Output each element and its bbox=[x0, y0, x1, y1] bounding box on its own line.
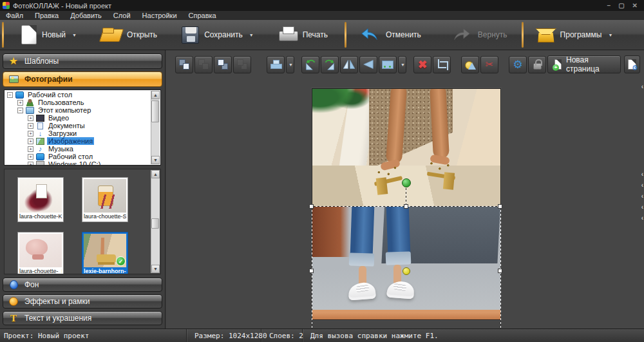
maximize-button[interactable]: ▢ bbox=[618, 0, 624, 11]
tree-scrollbar[interactable]: ▲ ▼ bbox=[151, 91, 160, 164]
tree-item-documents[interactable]: + Документы bbox=[5, 122, 150, 129]
flip-horizontal-icon bbox=[343, 59, 355, 70]
tree-item-user[interactable]: + Пользователь bbox=[5, 99, 150, 106]
menu-help[interactable]: Справка bbox=[183, 11, 222, 20]
new-button[interactable]: Новый ▼ bbox=[15, 21, 83, 48]
scroll-down-icon[interactable]: ▼ bbox=[151, 156, 160, 164]
frame-dropdown-button[interactable]: ▼ bbox=[398, 56, 406, 73]
chevron-left-icon[interactable]: ‹ bbox=[641, 171, 643, 178]
window-title: ФотоКОЛЛАЖ - Новый проект bbox=[13, 2, 111, 10]
tree-expand-icon[interactable]: + bbox=[28, 162, 33, 166]
tree-item-pictures[interactable]: + Изображения bbox=[5, 137, 150, 145]
tree-item-label: Пользователь bbox=[37, 99, 85, 106]
tree-item-music[interactable]: + ♪ Музыка bbox=[5, 145, 150, 153]
thumbnail-laura-chouette-sz[interactable]: laura-chouette-Sz... bbox=[82, 177, 128, 222]
align-button[interactable] bbox=[267, 56, 285, 73]
chevron-left-icon[interactable]: ‹ bbox=[641, 215, 643, 222]
open-button[interactable]: Открыть bbox=[95, 21, 164, 48]
scroll-up-icon[interactable]: ▲ bbox=[151, 91, 160, 99]
scroll-down-icon[interactable]: ▼ bbox=[151, 265, 160, 273]
tree-scroll-thumb[interactable] bbox=[151, 100, 159, 122]
menu-edit[interactable]: Правка bbox=[29, 11, 64, 20]
menu-settings[interactable]: Настройки bbox=[137, 11, 183, 20]
redo-button[interactable]: Вернуть bbox=[444, 21, 514, 48]
lower-layer-button[interactable] bbox=[194, 56, 213, 73]
selection-handle-mid-left[interactable] bbox=[309, 269, 314, 273]
tree-expand-icon[interactable]: + bbox=[17, 100, 23, 106]
thumbnail-laura-chouette-ka[interactable]: laura-chouette-KA... bbox=[17, 177, 64, 222]
menu-add[interactable]: Добавить bbox=[64, 11, 108, 20]
raise-layer-button[interactable] bbox=[175, 56, 193, 73]
save-dropdown-icon[interactable]: ▼ bbox=[249, 33, 254, 37]
tree-expand-icon[interactable]: + bbox=[28, 123, 33, 129]
tree-collapse-icon[interactable]: − bbox=[17, 108, 23, 113]
print-button[interactable]: Печать bbox=[272, 21, 334, 48]
menu-file[interactable]: Файл bbox=[0, 11, 29, 20]
rotate-left-button[interactable] bbox=[301, 56, 319, 73]
tree-item-label: Рабочий стол bbox=[26, 91, 73, 99]
save-button[interactable]: Сохранить ▼ bbox=[175, 21, 260, 48]
new-page-button[interactable]: + Новая страница bbox=[547, 55, 621, 73]
close-button[interactable]: ✕ bbox=[632, 0, 638, 11]
selection-handle-top-right[interactable] bbox=[498, 204, 502, 209]
lock-button[interactable] bbox=[528, 56, 546, 73]
thumb-scroll-thumb[interactable] bbox=[151, 218, 159, 229]
sidebar-section-background[interactable]: Фон bbox=[3, 278, 162, 292]
new-document-icon bbox=[21, 25, 37, 44]
tree-item-downloads[interactable]: + ↓ Загрузки bbox=[5, 129, 150, 137]
flip-vertical-button[interactable] bbox=[359, 56, 377, 73]
tree-expand-icon[interactable]: + bbox=[28, 115, 33, 121]
photo-layer-sneakers[interactable] bbox=[312, 207, 500, 319]
thumb-scroll-track[interactable] bbox=[151, 178, 160, 265]
tree-expand-icon[interactable]: + bbox=[28, 131, 33, 137]
adjust-handle[interactable] bbox=[402, 267, 410, 275]
dropdown-icon: ▼ bbox=[401, 62, 405, 67]
programs-dropdown-icon[interactable]: ▼ bbox=[608, 33, 612, 37]
tree-scroll-track[interactable] bbox=[151, 99, 160, 156]
menu-layer[interactable]: Слой bbox=[108, 11, 137, 20]
sidebar-section-effects[interactable]: Эффекты и рамки bbox=[3, 294, 162, 309]
properties-button[interactable]: ⚙ bbox=[509, 56, 527, 73]
tree-expand-icon[interactable]: + bbox=[28, 154, 33, 160]
programs-button[interactable]: Программы ▼ bbox=[529, 21, 620, 48]
chevron-left-icon[interactable]: ‹ bbox=[641, 204, 643, 211]
flip-horizontal-button[interactable] bbox=[340, 56, 358, 73]
crop-button[interactable] bbox=[433, 56, 451, 73]
sidebar-section-templates[interactable]: ★ Шаблоны bbox=[3, 53, 162, 69]
thumbnails-scrollbar[interactable]: ▲ ▼ bbox=[151, 170, 160, 273]
sidebar-section-text[interactable]: T Текст и украшения bbox=[3, 311, 162, 325]
chevron-left-icon[interactable]: ‹ bbox=[641, 182, 643, 189]
scroll-up-icon[interactable]: ▲ bbox=[151, 170, 160, 178]
new-dropdown-icon[interactable]: ▼ bbox=[72, 33, 77, 37]
minimize-button[interactable]: – bbox=[607, 0, 611, 11]
rotate-handle[interactable] bbox=[402, 178, 411, 187]
delete-layer-button[interactable]: ✖ bbox=[413, 56, 431, 73]
selection-handle-mid-right[interactable] bbox=[498, 269, 502, 273]
selection-handle-top-center[interactable] bbox=[404, 204, 408, 209]
align-dropdown-button[interactable]: ▼ bbox=[286, 56, 294, 73]
sidebar-section-photos[interactable]: Фотографии bbox=[3, 71, 162, 87]
tree-item-this-pc[interactable]: − Этот компьютер bbox=[5, 106, 150, 114]
thumbnail-laura-chouette-k[interactable]: laura-chouette-_K... bbox=[17, 232, 64, 274]
mask-button[interactable] bbox=[461, 56, 479, 73]
bring-to-front-button[interactable] bbox=[214, 56, 232, 73]
undo-button[interactable]: Отменить bbox=[352, 21, 428, 48]
effects-icon bbox=[8, 296, 19, 307]
chevron-left-icon[interactable]: ‹ bbox=[641, 193, 643, 200]
tree-collapse-icon[interactable]: − bbox=[7, 92, 13, 98]
thumbnail-lexie-barnhorn-selected[interactable]: lexie-barnhorn-... ✓ bbox=[82, 232, 128, 274]
tree-expand-icon[interactable]: + bbox=[28, 138, 33, 144]
frame-button[interactable] bbox=[379, 56, 397, 73]
cut-button[interactable]: ✂ bbox=[480, 56, 498, 73]
selection-handle-top-left[interactable] bbox=[309, 204, 314, 209]
background-label: Фон bbox=[24, 280, 39, 289]
tree-item-desktop[interactable]: − Рабочий стол bbox=[5, 91, 150, 99]
chevron-left-icon[interactable]: ‹ bbox=[641, 84, 643, 90]
photo-layer-heels[interactable] bbox=[312, 89, 500, 207]
tree-expand-icon[interactable]: + bbox=[28, 146, 33, 152]
tree-item-video[interactable]: + Видео bbox=[5, 114, 150, 122]
tree-item-desktop-folder[interactable]: + Рабочий стол bbox=[5, 153, 150, 160]
rotate-right-button[interactable] bbox=[321, 56, 339, 73]
tree-item-drive-c[interactable]: + Windows 10 (C:) bbox=[5, 160, 150, 166]
send-to-back-button[interactable] bbox=[233, 56, 251, 73]
